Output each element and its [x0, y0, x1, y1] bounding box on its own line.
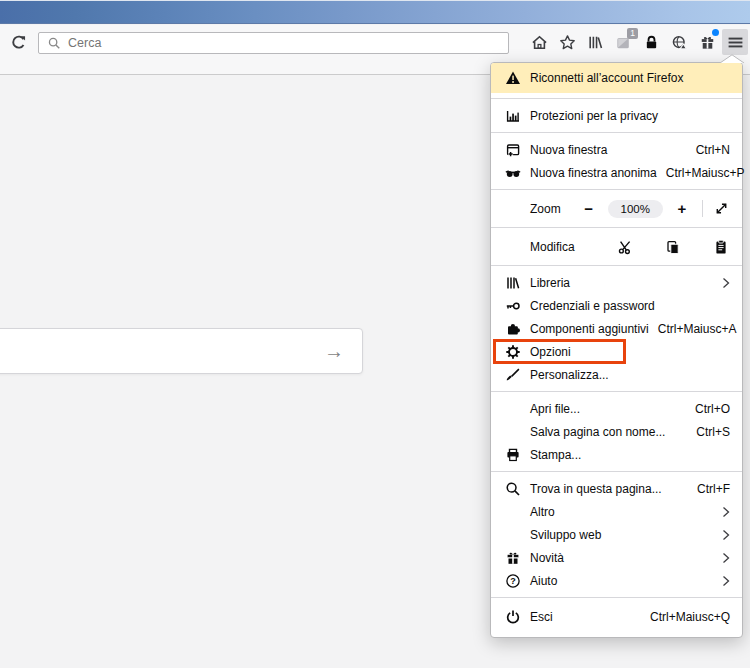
paste-icon-button[interactable] — [712, 238, 730, 256]
menu-item-library[interactable]: Libreria — [491, 271, 742, 294]
divider — [702, 200, 703, 217]
menu-item-label: Novità — [530, 551, 713, 565]
app-menu-button[interactable] — [722, 29, 748, 55]
help-icon: ? — [505, 573, 521, 589]
menu-item-reconnect-account[interactable]: Riconnetti all’account Firefox — [491, 63, 742, 93]
menu-item-quit[interactable]: Esci Ctrl+Maiusc+Q — [491, 603, 742, 631]
menu-item-addons[interactable]: Componenti aggiuntivi Ctrl+Maiusc+A — [491, 317, 742, 340]
menu-item-web-developer[interactable]: Sviluppo web — [491, 523, 742, 546]
library-icon — [505, 275, 521, 291]
lock-icon — [643, 34, 660, 51]
separator — [491, 391, 742, 392]
zoom-in-button[interactable]: + — [671, 200, 693, 217]
menu-item-shortcut: Ctrl+Maiusc+A — [658, 322, 737, 336]
puzzle-icon — [505, 321, 521, 337]
new-window-icon — [505, 142, 521, 158]
chevron-right-icon — [722, 277, 730, 289]
tabs-extension-button[interactable]: 1 — [610, 29, 636, 55]
lock-button[interactable] — [638, 29, 664, 55]
clipboard-icon — [713, 239, 729, 255]
key-icon — [505, 298, 521, 314]
fullscreen-icon — [714, 201, 729, 216]
separator — [491, 597, 742, 598]
star-icon — [559, 34, 576, 51]
url-bar[interactable]: Cerca — [38, 32, 509, 54]
zoom-level-button[interactable]: 100% — [608, 200, 663, 218]
titlebar — [0, 0, 750, 24]
separator — [491, 189, 742, 190]
protections-icon — [505, 108, 521, 124]
url-placeholder: Cerca — [68, 36, 101, 50]
menu-item-label: Protezioni per la privacy — [530, 109, 730, 123]
menu-item-options[interactable]: Opzioni — [491, 340, 742, 363]
menu-row-edit: Modifica — [491, 233, 742, 260]
gift-icon — [699, 34, 716, 51]
globe-alert-icon — [671, 34, 688, 51]
zoom-out-button[interactable]: − — [578, 200, 600, 217]
menu-item-label: Riconnetti all’account Firefox — [530, 71, 730, 85]
gear-icon — [505, 344, 521, 360]
menu-item-label: Libreria — [530, 276, 713, 290]
menu-item-label: Componenti aggiuntivi — [530, 322, 649, 336]
menu-item-label: Credenziali e password — [530, 299, 730, 313]
page-search-box[interactable]: → — [0, 328, 363, 374]
separator — [491, 227, 742, 228]
chevron-right-icon — [722, 529, 730, 541]
menu-item-label: Altro — [530, 505, 713, 519]
menu-item-help[interactable]: ? Aiuto — [491, 569, 742, 592]
menu-item-label: Esci — [530, 610, 641, 624]
menu-item-label: Personalizza... — [530, 368, 730, 382]
menu-item-save-page[interactable]: Salva pagina con nome... Ctrl+S — [491, 420, 742, 443]
gift-icon — [505, 550, 521, 566]
menu-item-shortcut: Ctrl+Maiusc+Q — [650, 610, 730, 624]
menu-item-shortcut: Ctrl+N — [696, 143, 730, 157]
printer-icon — [505, 447, 521, 463]
library-icon — [587, 34, 604, 51]
menu-item-privacy-protections[interactable]: Protezioni per la privacy — [491, 104, 742, 127]
library-button[interactable] — [582, 29, 608, 55]
menu-item-label: Stampa... — [530, 448, 730, 462]
menu-item-open-file[interactable]: Apri file... Ctrl+O — [491, 397, 742, 420]
menu-item-label: Salva pagina con nome... — [530, 425, 687, 439]
menu-item-shortcut: Ctrl+F — [697, 482, 730, 496]
menu-item-customize[interactable]: Personalizza... — [491, 363, 742, 386]
chevron-right-icon — [722, 506, 730, 518]
menu-item-more[interactable]: Altro — [491, 500, 742, 523]
menu-item-logins[interactable]: Credenziali e password — [491, 294, 742, 317]
copy-button[interactable] — [664, 238, 682, 256]
tab-count-badge: 1 — [627, 28, 638, 39]
menu-item-label: Nuova finestra anonima — [530, 166, 657, 180]
home-button[interactable] — [526, 29, 552, 55]
menu-item-label: Aiuto — [530, 574, 713, 588]
site-info-button[interactable] — [666, 29, 692, 55]
menu-item-shortcut: Ctrl+Maiusc+P — [666, 166, 745, 180]
separator — [491, 471, 742, 472]
scissors-icon — [617, 239, 633, 255]
whats-new-button[interactable] — [694, 29, 720, 55]
brush-icon — [505, 367, 521, 383]
search-icon — [505, 481, 521, 497]
separator — [491, 132, 742, 133]
menu-item-find[interactable]: Trova in questa pagina... Ctrl+F — [491, 477, 742, 500]
private-mask-icon — [505, 165, 521, 181]
menu-item-label: Nuova finestra — [530, 143, 687, 157]
submit-arrow-icon[interactable]: → — [324, 341, 344, 361]
bookmark-button[interactable] — [554, 29, 580, 55]
menu-item-whats-new[interactable]: Novità — [491, 546, 742, 569]
menu-item-label: Opzioni — [530, 345, 730, 359]
power-icon — [505, 609, 521, 625]
reload-icon — [10, 34, 27, 51]
warning-icon — [505, 70, 521, 86]
zoom-label: Zoom — [530, 202, 569, 216]
fullscreen-button[interactable] — [712, 200, 730, 218]
reload-button[interactable] — [5, 29, 31, 55]
cut-button[interactable] — [616, 238, 634, 256]
chevron-right-icon — [722, 552, 730, 564]
menu-item-new-window[interactable]: Nuova finestra Ctrl+N — [491, 138, 742, 161]
copy-icon — [665, 239, 681, 255]
menu-item-print[interactable]: Stampa... — [491, 443, 742, 466]
menu-item-label: Sviluppo web — [530, 528, 713, 542]
menu-item-shortcut: Ctrl+O — [695, 402, 730, 416]
menu-item-private-window[interactable]: Nuova finestra anonima Ctrl+Maiusc+P — [491, 161, 742, 184]
notification-dot — [712, 29, 719, 36]
